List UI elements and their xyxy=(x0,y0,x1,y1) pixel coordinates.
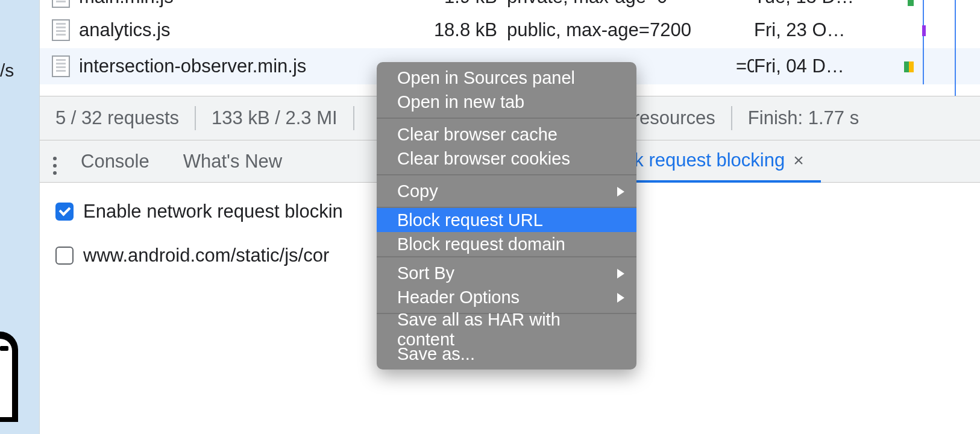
device-status-dots xyxy=(0,346,8,351)
menu-block-request-domain[interactable]: Block request domain xyxy=(377,232,636,256)
menu-label: Open in new tab xyxy=(397,92,524,112)
status-finish: Finish: 1.77 s xyxy=(732,106,875,130)
file-icon xyxy=(52,55,70,77)
menu-header-options[interactable]: Header Options xyxy=(377,285,636,309)
drawer-menu-button[interactable] xyxy=(40,151,64,172)
cell-waterfall xyxy=(878,0,956,12)
file-icon xyxy=(52,19,70,41)
menu-save-as[interactable]: Save as... xyxy=(377,342,636,366)
menu-label: Block request domain xyxy=(397,234,565,254)
menu-label: Copy xyxy=(397,181,438,201)
kebab-icon xyxy=(53,164,57,168)
menu-label: Sort By xyxy=(397,263,454,283)
cell-date: Tue, 15 D… xyxy=(754,0,878,8)
menu-open-in-new-tab[interactable]: Open in new tab xyxy=(377,90,636,114)
blocking-pattern-text: www.android.com/static/js/cor xyxy=(83,245,329,266)
blocking-pattern-checkbox[interactable] xyxy=(55,247,74,265)
cell-size: 1.9 kB xyxy=(386,0,507,8)
status-transferred: 133 kB / 2.3 MI xyxy=(196,106,354,130)
cell-date: Fri, 23 O… xyxy=(754,19,878,41)
cell-name: analytics.js xyxy=(79,19,386,41)
cell-name: intersection-observer.min.js xyxy=(79,55,386,77)
side-label-fragment: /s xyxy=(0,60,14,81)
table-row[interactable]: main.min.js 1.9 kB private, max-age=0 Tu… xyxy=(40,0,980,12)
device-preview-sliver: /s xyxy=(0,0,39,434)
tab-console[interactable]: Console xyxy=(64,140,166,182)
tab-whats-new[interactable]: What's New xyxy=(166,140,299,182)
menu-copy[interactable]: Copy xyxy=(377,179,636,203)
enable-blocking-checkbox[interactable] xyxy=(55,203,74,221)
tab-label: What's New xyxy=(183,151,282,172)
cell-cache: public, max-age=7200 xyxy=(507,19,754,41)
table-row[interactable]: analytics.js 18.8 kB public, max-age=720… xyxy=(40,12,980,48)
enable-blocking-label: Enable network request blockin xyxy=(83,201,343,222)
menu-clear-browser-cache[interactable]: Clear browser cache xyxy=(377,122,636,146)
cell-date: Fri, 04 D… xyxy=(754,55,878,77)
close-icon[interactable]: × xyxy=(793,150,804,171)
menu-label: Header Options xyxy=(397,288,520,307)
file-icon xyxy=(52,0,70,8)
menu-label: Block request URL xyxy=(397,210,543,230)
menu-open-in-sources[interactable]: Open in Sources panel xyxy=(377,66,636,90)
cell-cache: private, max-age=0 xyxy=(507,0,754,8)
cell-waterfall xyxy=(878,12,956,48)
cell-waterfall xyxy=(878,48,956,84)
cell-size: 18.8 kB xyxy=(386,19,507,41)
cell-name: main.min.js xyxy=(79,0,386,8)
menu-clear-browser-cookies[interactable]: Clear browser cookies xyxy=(377,146,636,171)
status-requests: 5 / 32 requests xyxy=(40,106,196,130)
tab-label: Console xyxy=(81,151,149,172)
context-menu: Open in Sources panel Open in new tab Cl… xyxy=(377,62,636,370)
menu-label: Save as... xyxy=(397,344,475,364)
menu-label: Clear browser cache xyxy=(397,125,558,145)
menu-save-all-as-har[interactable]: Save all as HAR with content xyxy=(377,318,636,342)
menu-sort-by[interactable]: Sort By xyxy=(377,261,636,285)
menu-block-request-url[interactable]: Block request URL xyxy=(377,208,636,232)
menu-label: Clear browser cookies xyxy=(397,149,570,169)
menu-label: Open in Sources panel xyxy=(397,68,575,88)
